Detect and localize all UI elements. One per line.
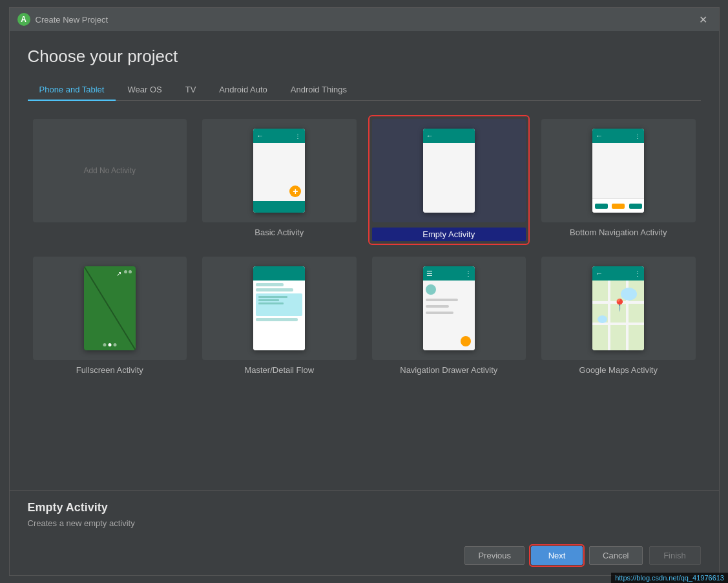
bottom-nav-mock: ← ⋮ — [592, 129, 644, 213]
expand-icon: ↗ — [116, 270, 121, 277]
fullscreen-mock: ↗ — [84, 266, 136, 350]
card-bottom-nav[interactable]: ← ⋮ — [539, 116, 698, 244]
back-arrow-empty-icon: ← — [426, 132, 433, 140]
dots-bn-icon: ⋮ — [634, 132, 641, 140]
card-label-fullscreen: Fullscreen Activity — [76, 365, 143, 375]
selected-activity-description: Creates a new empty activity — [28, 518, 701, 528]
content-wrapper: Add No Activity ← ⋮ — [28, 101, 701, 490]
activity-grid: Add No Activity ← ⋮ — [28, 111, 701, 383]
next-button[interactable]: Next — [531, 546, 583, 565]
card-preview-maps: ← ⋮ — [541, 257, 696, 360]
title-bar: A Create New Project ✕ — [10, 8, 719, 31]
dots-nd-icon: ⋮ — [465, 270, 472, 277]
card-label-nav-drawer: Navigation Drawer Activity — [400, 365, 497, 375]
activity-grid-scroll[interactable]: Add No Activity ← ⋮ — [28, 101, 701, 393]
hamburger-icon: ☰ — [426, 270, 433, 278]
dots-maps-icon: ⋮ — [634, 270, 641, 277]
svg-line-0 — [84, 266, 136, 350]
empty-phone-mock: ← — [423, 129, 475, 213]
card-label-basic: Basic Activity — [255, 228, 304, 237]
dialog-body: Choose your project Phone and Tablet Wea… — [10, 31, 719, 490]
card-preview-no-activity: Add No Activity — [33, 119, 187, 222]
tab-android-auto[interactable]: Android Auto — [207, 80, 278, 101]
card-label-empty: Empty Activity — [372, 228, 526, 241]
card-preview-master-detail — [202, 257, 357, 360]
cancel-button[interactable]: Cancel — [589, 546, 642, 565]
map-pin-icon: 📍 — [612, 298, 627, 312]
create-project-dialog: A Create New Project ✕ Choose your proje… — [9, 7, 720, 576]
card-nav-drawer[interactable]: ☰ ⋮ — [369, 254, 529, 377]
dialog-title: Create New Project — [36, 15, 109, 25]
card-label-master-detail: Master/Detail Flow — [244, 365, 314, 375]
card-label-bottom-nav: Bottom Navigation Activity — [570, 228, 667, 237]
tab-bar: Phone and Tablet Wear OS TV Android Auto… — [28, 80, 701, 101]
previous-button[interactable]: Previous — [464, 546, 525, 565]
card-preview-fullscreen: ↗ — [33, 257, 187, 360]
card-preview-bottom-nav: ← ⋮ — [541, 119, 696, 222]
tab-tv[interactable]: TV — [174, 80, 208, 101]
tab-phone-tablet[interactable]: Phone and Tablet — [28, 80, 116, 101]
close-button[interactable]: ✕ — [695, 12, 711, 27]
dots-icon: ⋮ — [295, 132, 302, 140]
app-icon: A — [17, 13, 30, 26]
back-arrow-icon: ← — [256, 132, 264, 140]
fullscreen-diagonal-svg — [84, 266, 136, 350]
card-preview-basic: ← ⋮ + — [202, 119, 357, 222]
url-bar: https://blog.csdn.net/qq_41976613 — [611, 573, 728, 583]
card-label-maps: Google Maps Activity — [579, 365, 658, 375]
master-detail-mock — [253, 266, 305, 350]
card-no-activity[interactable]: Add No Activity — [30, 116, 190, 244]
finish-button[interactable]: Finish — [649, 546, 701, 565]
nav-drawer-mock: ☰ ⋮ — [423, 266, 475, 350]
card-preview-empty: ← — [372, 119, 526, 222]
card-empty-activity[interactable]: ← Empty Activity — [369, 116, 529, 244]
page-title: Choose your project — [28, 47, 701, 67]
selected-activity-title: Empty Activity — [28, 501, 701, 514]
no-activity-label: Add No Activity — [83, 166, 136, 175]
tab-wear-os[interactable]: Wear OS — [116, 80, 173, 101]
card-basic-activity[interactable]: ← ⋮ + Basic Activity — [200, 116, 359, 244]
tab-android-things[interactable]: Android Things — [279, 80, 359, 101]
back-arrow-maps-icon: ← — [596, 270, 603, 277]
maps-mock: ← ⋮ — [592, 266, 644, 350]
card-maps[interactable]: ← ⋮ — [539, 254, 698, 377]
card-preview-nav-drawer: ☰ ⋮ — [372, 257, 526, 360]
basic-phone-mock: ← ⋮ + — [253, 129, 305, 213]
card-master-detail[interactable]: Master/Detail Flow — [200, 254, 359, 377]
selected-activity-info: Empty Activity Creates a new empty activ… — [10, 490, 719, 538]
back-arrow-bn-icon: ← — [596, 132, 603, 140]
nav-drawer-fab — [461, 336, 471, 346]
card-fullscreen[interactable]: ↗ — [30, 254, 190, 377]
footer-buttons: Previous Next Cancel Finish — [10, 538, 719, 575]
